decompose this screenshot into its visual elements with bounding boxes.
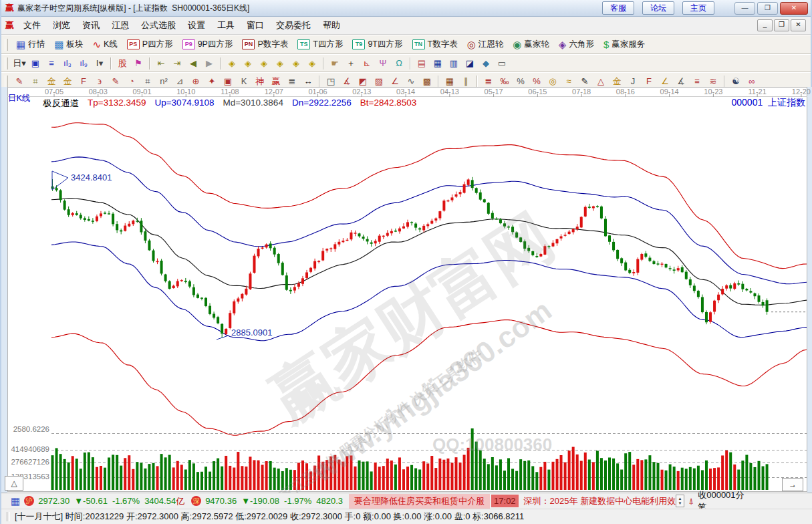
- diamond-left-icon[interactable]: ◈: [224, 56, 240, 70]
- gold-angle-icon[interactable]: ∠: [657, 74, 673, 88]
- stock-tool-icon[interactable]: 股: [114, 56, 130, 70]
- speed-line-icon[interactable]: ∡: [673, 74, 689, 88]
- menu-item-文件[interactable]: 文件: [17, 17, 47, 33]
- pin-selector-icon[interactable]: Ⅰ▾: [92, 56, 108, 70]
- save-icon[interactable]: ◪: [462, 56, 478, 70]
- gauge-circle-icon[interactable]: ◔: [124, 74, 140, 88]
- wave-tool-icon[interactable]: Ω: [391, 56, 407, 70]
- percent-line-icon[interactable]: %: [529, 74, 545, 88]
- box-grid-icon[interactable]: ▨: [371, 74, 387, 88]
- menu-item-公式选股[interactable]: 公式选股: [135, 17, 182, 33]
- gold-lines-icon[interactable]: ≈: [561, 74, 577, 88]
- wave-line-icon[interactable]: ∿: [403, 74, 419, 88]
- ruler-123-icon[interactable]: ≣: [284, 74, 300, 88]
- flag-marker-icon[interactable]: ⚑: [130, 56, 146, 70]
- toolbar-hexagon-button[interactable]: ◈六角形: [554, 37, 599, 51]
- gold-section-1-icon[interactable]: 金: [43, 74, 59, 88]
- volume-pane-toggle[interactable]: △: [5, 476, 23, 491]
- customer-service-button[interactable]: 客服: [602, 1, 634, 15]
- fib-triangle-icon[interactable]: △: [593, 74, 609, 88]
- k-mark-icon[interactable]: K: [236, 74, 252, 88]
- child-close-button[interactable]: ✕: [791, 19, 806, 31]
- circle-target-icon[interactable]: ⊕: [188, 74, 204, 88]
- bars-9-icon[interactable]: ıl₉: [76, 56, 92, 70]
- box-fan-icon[interactable]: ◩: [355, 74, 371, 88]
- band-line-icon[interactable]: ≋: [705, 74, 721, 88]
- toolbar-winner-service-button[interactable]: $赢家服务: [599, 37, 650, 51]
- percent-icon[interactable]: %: [513, 74, 529, 88]
- menu-item-交易委托[interactable]: 交易委托: [270, 17, 317, 33]
- menu-item-窗口[interactable]: 窗口: [241, 17, 270, 33]
- diamond-vertical-icon[interactable]: ◈: [304, 56, 320, 70]
- nav-last-icon[interactable]: ⇥: [169, 56, 185, 70]
- spiral-tool-icon[interactable]: ϶: [92, 74, 108, 88]
- pen-measure-icon[interactable]: ✎: [108, 74, 124, 88]
- j-angle-icon[interactable]: J: [625, 74, 641, 88]
- toolbar-gann-wheel-button[interactable]: ◎江恩轮: [462, 37, 509, 51]
- crosshair-tool-icon[interactable]: ＋: [343, 56, 359, 70]
- matrix-table-icon[interactable]: ▦: [430, 56, 446, 70]
- restore-button[interactable]: ❐: [757, 2, 778, 15]
- star-target-icon[interactable]: ✦: [204, 74, 220, 88]
- infinity-link-icon[interactable]: ∞: [744, 74, 760, 88]
- tick-ruler-icon[interactable]: ⌗: [140, 74, 156, 88]
- toolbar-9p-square-button[interactable]: P99P四方形: [178, 37, 238, 51]
- homepage-button[interactable]: 主页: [682, 1, 714, 15]
- menu-item-江恩[interactable]: 江恩: [106, 17, 135, 33]
- scale-list-icon[interactable]: ≣: [481, 74, 497, 88]
- ying-mark-icon[interactable]: 赢: [268, 74, 284, 88]
- quote-list-icon[interactable]: ≡: [43, 56, 59, 70]
- angle-measure-icon[interactable]: ⊾: [359, 56, 375, 70]
- news-ticker[interactable]: 要合理降低住房买卖和租赁中介服 17:02 深圳：2025年 新建数据中心电能利…: [349, 494, 676, 509]
- square-target-icon[interactable]: ▣: [220, 74, 236, 88]
- toolbar-kline-button[interactable]: ∿K线: [88, 37, 122, 51]
- ticker-spinner[interactable]: ▲▼: [676, 495, 685, 507]
- forum-button[interactable]: 论坛: [642, 1, 674, 15]
- print-icon[interactable]: ▭: [494, 56, 510, 70]
- shen-mark-icon[interactable]: 神: [252, 74, 268, 88]
- notes-icon[interactable]: ▥: [446, 56, 462, 70]
- bars-3-icon[interactable]: ıl₃: [59, 56, 76, 70]
- span-arrow-icon[interactable]: ↔: [300, 74, 316, 88]
- ink-pen-icon[interactable]: ✎: [577, 74, 593, 88]
- resist-line-icon[interactable]: ≡: [689, 74, 705, 88]
- toolbar-t-number-table-button[interactable]: TNT数字表: [408, 37, 462, 51]
- quotes-grid-icon[interactable]: ▦: [11, 496, 20, 506]
- minimize-button[interactable]: —: [734, 2, 755, 15]
- close-button[interactable]: ✕: [780, 2, 808, 15]
- n-square-icon[interactable]: n²: [156, 74, 172, 88]
- news-ticker-item[interactable]: 要合理降低住房买卖和租赁中介服: [349, 494, 490, 509]
- mirror-angle-icon[interactable]: ⊿: [172, 74, 188, 88]
- child-minimize-button[interactable]: _: [757, 19, 773, 31]
- toolbar-9t-square-button[interactable]: T99T四方形: [348, 37, 407, 51]
- nav-next-icon[interactable]: ▶: [201, 56, 217, 70]
- gann-tool-icon[interactable]: Ψ: [375, 56, 391, 70]
- period-selector-icon[interactable]: 日▾: [11, 56, 27, 70]
- pen-tool-icon[interactable]: ✎: [11, 74, 27, 88]
- toolbar-sectors-button[interactable]: ▩板块: [49, 37, 88, 51]
- slant-lines-icon[interactable]: ∥: [458, 74, 474, 88]
- menu-item-浏览[interactable]: 浏览: [47, 17, 76, 33]
- toolbar-t-square-button[interactable]: TST四方形: [293, 37, 348, 51]
- gold-section-2-icon[interactable]: 金: [59, 74, 76, 88]
- diamond-compress-icon[interactable]: ◈: [272, 56, 288, 70]
- grid-box-2-icon[interactable]: ▦: [442, 74, 458, 88]
- fan-lines-icon[interactable]: ∡: [339, 74, 355, 88]
- chart-window-icon[interactable]: ▣: [27, 56, 43, 70]
- kline-chart[interactable]: [1, 87, 812, 493]
- menu-item-资讯[interactable]: 资讯: [76, 17, 106, 33]
- calendar-icon[interactable]: ▤: [414, 56, 430, 70]
- child-restore-button[interactable]: ❐: [774, 19, 789, 31]
- menu-item-帮助[interactable]: 帮助: [317, 17, 346, 33]
- gold-text-icon[interactable]: 金: [609, 74, 625, 88]
- f-ruler-icon[interactable]: F: [76, 74, 92, 88]
- menu-item-工具[interactable]: 工具: [211, 17, 241, 33]
- fib-percent-icon[interactable]: ‰: [497, 74, 513, 88]
- export-icon[interactable]: ◆: [478, 56, 494, 70]
- angle-fan-icon[interactable]: ∠: [387, 74, 403, 88]
- news-ticker-item-2[interactable]: 深圳：2025年 新建数据中心电能利用效率 (PU: [519, 495, 676, 507]
- gold-circle-icon[interactable]: ◎: [545, 74, 561, 88]
- toolbar-winner-wheel-button[interactable]: ◉赢家轮: [508, 37, 554, 51]
- hand-tool-icon[interactable]: ☛: [327, 56, 343, 70]
- f-angle-icon[interactable]: F: [641, 74, 657, 88]
